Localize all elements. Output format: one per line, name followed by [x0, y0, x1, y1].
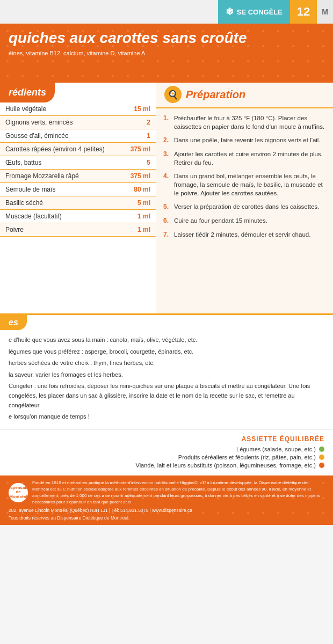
assiette-items: Légumes (salade, soupe, etc.)Produits cé…: [9, 446, 324, 469]
note-item: la saveur, varier les fromages et les he…: [9, 370, 324, 380]
table-row: Muscade (facultatif)1 ml: [0, 210, 156, 223]
ingredients-section: rédients Huile végétale15 mlOignons vert…: [0, 83, 156, 313]
preparation-section: 🍳 Préparation 1.Préchauffer le four à 32…: [156, 83, 333, 313]
step-text: Laisser tiédir 2 minutes, démouler et se…: [174, 230, 310, 239]
notes-content: e d'huile que vous avez sous la main : c…: [0, 333, 333, 429]
orange-header: quiches aux carottes sans croûte éines, …: [0, 24, 333, 83]
table-row: Huile végétale15 ml: [0, 103, 156, 116]
chef-icon: 🍳: [164, 86, 182, 103]
logo-circle: dispensairede Montréal: [9, 483, 28, 502]
note-item: herbes séchées de votre choix : thym, fi…: [9, 358, 324, 368]
main-content: rédients Huile végétale15 mlOignons vert…: [0, 83, 333, 313]
step-number: 5.: [163, 202, 171, 211]
assiette-item-label: Produits céréaliers et féculents (riz, p…: [178, 454, 316, 460]
table-row: Basilic séché5 ml: [0, 196, 156, 210]
ingredient-name: Gousse d'ail, émincée: [0, 129, 122, 143]
table-row: Oignons verts, émincés2: [0, 116, 156, 129]
recipe-title: quiches aux carottes sans croûte: [9, 30, 324, 47]
ingredient-name: Œufs, battus: [0, 156, 122, 170]
ingredient-qty: 1 ml: [122, 223, 156, 237]
step-text: Verser la préparation de carottes dans l…: [174, 202, 319, 211]
snowflake-icon: ❄: [226, 6, 234, 18]
table-row: Carottes râpées (environ 4 petites)375 m…: [0, 143, 156, 156]
assiette-title: ASSIETTE ÉQUILIBRÉE: [9, 435, 324, 443]
footer-address: 282, avenue Lincoln Montréal (Québec) H3…: [9, 508, 324, 513]
note-item: Congeler : une fois refroidies, déposer …: [9, 382, 324, 410]
ingredient-qty: 15 ml: [122, 103, 156, 116]
ingredient-name: Semoule de maïs: [0, 183, 122, 196]
preparation-step: 4.Dans un grand bol, mélanger ensemble l…: [163, 172, 325, 197]
logo-text: dispensairede Montréal: [6, 486, 30, 500]
ingredient-qty: 5 ml: [122, 196, 156, 210]
note-item: e d'huile que vous avez sous la main : c…: [9, 335, 324, 345]
preparation-header: 🍳 Préparation: [156, 83, 333, 108]
ingredient-name: Muscade (facultatif): [0, 210, 122, 223]
step-text: Dans une poêle, faire revenir les oignon…: [174, 136, 321, 145]
preparation-step: 2.Dans une poêle, faire revenir les oign…: [163, 136, 325, 145]
assiette-dot: [319, 447, 324, 452]
footer-description: Fondé en 1919 et mettant en pratique la …: [32, 480, 324, 506]
ingredient-qty: 375 ml: [122, 170, 156, 183]
preparation-step: 7.Laisser tiédir 2 minutes, démouler et …: [163, 230, 325, 239]
ingredient-qty: 5: [122, 156, 156, 170]
step-number: 1.: [163, 114, 171, 131]
step-number: 3.: [163, 150, 171, 167]
preparation-step: 6.Cuire au four pendant 15 minutes.: [163, 216, 325, 225]
preparation-step: 1.Préchauffer le four à 325 °F (180 °C).…: [163, 114, 325, 131]
table-row: Gousse d'ail, émincée1: [0, 129, 156, 143]
step-number: 7.: [163, 230, 171, 239]
table-row: Fromage Mozzarella râpé375 ml: [0, 170, 156, 183]
notes-section: es e d'huile que vous avez sous la main …: [0, 313, 333, 429]
ingredients-table: Huile végétale15 mlOignons verts, émincé…: [0, 103, 156, 237]
preparation-step: 3.Ajouter les carottes et cuire environ …: [163, 150, 325, 167]
ingredients-header: rédients: [0, 83, 55, 103]
step-text: Dans un grand bol, mélanger ensemble les…: [174, 172, 325, 197]
preparation-title: Préparation: [186, 89, 245, 101]
freeze-badge: ❄ SE CONGÈLE: [218, 0, 290, 24]
ingredient-name: Fromage Mozzarella râpé: [0, 170, 122, 183]
notes-header: es: [0, 315, 27, 330]
footer-description-text: Fondé en 1919 et mettant en pratique la …: [32, 480, 324, 506]
orange-footer: dispensairede Montréal Fondé en 1919 et …: [0, 475, 333, 525]
ingredient-qty: 1: [122, 129, 156, 143]
assiette-dot: [319, 463, 324, 468]
ingredient-name: Basilic séché: [0, 196, 122, 210]
preparation-steps: 1.Préchauffer le four à 325 °F (180 °C).…: [156, 108, 333, 250]
step-number: 2.: [163, 136, 171, 145]
footer-rights: Tous droits réservés au Dispensaire Diét…: [9, 515, 324, 521]
assiette-item: Produits céréaliers et féculents (riz, p…: [9, 454, 324, 460]
assiette-item: Légumes (salade, soupe, etc.): [9, 446, 324, 452]
assiette-item-label: Légumes (salade, soupe, etc.): [236, 446, 316, 452]
table-row: Œufs, battus5: [0, 156, 156, 170]
assiette-dot: [319, 455, 324, 460]
number-badge: 12: [290, 0, 317, 24]
ingredient-qty: 375 ml: [122, 143, 156, 156]
assiette-section: ASSIETTE ÉQUILIBRÉE Légumes (salade, sou…: [0, 429, 333, 475]
step-text: Ajouter les carottes et cuire environ 2 …: [174, 150, 325, 167]
ingredient-qty: 1 ml: [122, 210, 156, 223]
assiette-item-label: Viande, lait et leurs substituts (poisso…: [136, 462, 316, 469]
step-text: Préchauffer le four à 325 °F (180 °C). P…: [174, 114, 325, 131]
m-badge: M: [317, 0, 333, 24]
table-row: Poivre1 ml: [0, 223, 156, 237]
footer-logo: dispensairede Montréal Fondé en 1919 et …: [9, 480, 324, 506]
freeze-label: SE CONGÈLE: [237, 8, 283, 16]
step-number: 4.: [163, 172, 171, 197]
ingredient-qty: 2: [122, 116, 156, 129]
table-row: Semoule de maïs80 ml: [0, 183, 156, 196]
top-banner: ❄ SE CONGÈLE 12 M: [0, 0, 333, 24]
recipe-subtitle: éines, vitamine B12, calcium, vitamine D…: [9, 50, 324, 56]
ingredient-name: Carottes râpées (environ 4 petites): [0, 143, 122, 156]
note-item: e lorsqu'on manque de temps !: [9, 412, 324, 422]
assiette-item: Viande, lait et leurs substituts (poisso…: [9, 462, 324, 469]
note-item: légumes que vous préférez : asperge, bro…: [9, 347, 324, 357]
ingredient-name: Poivre: [0, 223, 122, 237]
ingredient-qty: 80 ml: [122, 183, 156, 196]
preparation-step: 5.Verser la préparation de carottes dans…: [163, 202, 325, 211]
ingredient-name: Oignons verts, émincés: [0, 116, 122, 129]
step-number: 6.: [163, 216, 171, 225]
step-text: Cuire au four pendant 15 minutes.: [174, 216, 267, 225]
ingredient-name: Huile végétale: [0, 103, 122, 116]
